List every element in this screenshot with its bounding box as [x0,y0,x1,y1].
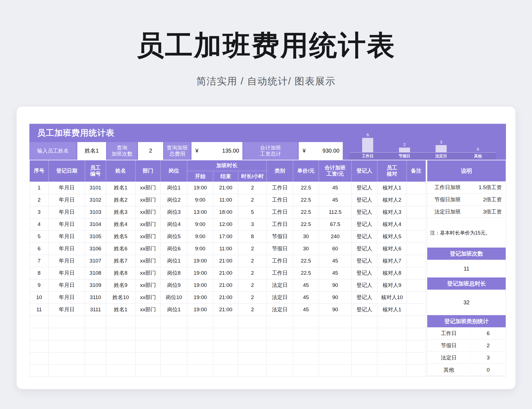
table-cell[interactable]: 2 [238,303,267,316]
table-cell[interactable]: 2 [238,182,267,194]
table-cell[interactable]: 年月日 [49,267,85,279]
table-cell-empty[interactable] [106,340,135,352]
table-cell[interactable]: 22.5 [293,267,319,279]
table-cell[interactable] [407,267,426,279]
table-cell[interactable]: 6 [30,243,49,255]
table-cell[interactable]: 11 [30,303,49,316]
table-cell-empty[interactable] [238,352,267,364]
table-cell[interactable]: xx部门 [135,255,161,267]
table-cell-empty[interactable] [267,352,293,364]
table-cell[interactable]: 22.5 [293,206,319,218]
table-cell-empty[interactable] [30,340,49,352]
table-cell[interactable]: 3105 [85,230,106,243]
table-cell-empty[interactable] [293,340,319,352]
table-cell-empty[interactable] [319,328,352,340]
table-cell-empty[interactable] [161,352,187,364]
table-cell[interactable]: 姓名2 [106,194,135,206]
table-cell[interactable]: 岗位9 [161,279,187,291]
table-cell[interactable]: 19:00 [187,182,213,194]
table-cell[interactable]: 21:00 [213,267,238,279]
table-cell[interactable]: 10 [30,291,49,303]
table-cell[interactable]: 60 [319,243,352,255]
table-cell[interactable]: 核对人2 [377,194,407,206]
table-cell[interactable]: 19:00 [187,303,213,316]
table-cell[interactable]: xx部门 [135,230,161,243]
table-cell-empty[interactable] [85,316,106,328]
table-cell[interactable] [407,194,426,206]
table-cell[interactable]: 年月日 [49,182,85,194]
table-cell[interactable]: 45 [293,279,319,291]
table-cell-empty[interactable] [187,352,213,364]
table-cell[interactable]: 核对人1 [377,182,407,194]
table-cell[interactable]: 登记人 [352,182,377,194]
table-cell-empty[interactable] [293,352,319,364]
table-cell[interactable]: 22.5 [293,194,319,206]
table-cell-empty[interactable] [85,364,106,377]
table-cell-empty[interactable] [377,328,407,340]
table-cell-empty[interactable] [319,316,352,328]
table-cell-empty[interactable] [319,352,352,364]
table-cell-empty[interactable] [377,340,407,352]
table-cell[interactable]: 112.5 [319,206,352,218]
table-cell-empty[interactable] [30,352,49,364]
table-cell-empty[interactable] [49,364,85,377]
table-cell[interactable]: 岗位6 [161,243,187,255]
stat-value[interactable]: 6 [470,330,506,336]
query-fee-result[interactable]: ¥ 135.00 [191,142,242,160]
table-cell[interactable]: xx部门 [135,218,161,230]
table-cell[interactable]: 3102 [85,194,106,206]
table-cell[interactable]: 年月日 [49,291,85,303]
table-cell[interactable]: 45 [293,291,319,303]
table-cell[interactable]: 3104 [85,218,106,230]
table-cell[interactable]: 11:00 [213,243,238,255]
table-cell[interactable]: 5 [30,230,49,243]
table-cell-empty[interactable] [238,316,267,328]
table-cell[interactable]: xx部门 [135,267,161,279]
table-cell[interactable]: 9:00 [187,194,213,206]
table-cell-empty[interactable] [293,316,319,328]
table-cell-empty[interactable] [30,364,49,377]
table-cell[interactable]: 18:00 [213,206,238,218]
table-cell[interactable]: 登记人 [352,291,377,303]
table-cell[interactable]: 年月日 [49,206,85,218]
table-cell[interactable] [407,243,426,255]
table-cell[interactable]: 姓名7 [106,255,135,267]
table-cell-empty[interactable] [187,328,213,340]
table-cell[interactable]: 节假日 [267,230,293,243]
table-cell[interactable]: 1 [30,182,49,194]
table-cell-empty[interactable] [352,316,377,328]
table-cell-empty[interactable] [161,340,187,352]
table-cell-empty[interactable] [352,340,377,352]
table-cell-empty[interactable] [135,340,161,352]
table-cell[interactable]: 45 [293,303,319,316]
table-cell-empty[interactable] [267,328,293,340]
table-cell[interactable]: 22.5 [293,182,319,194]
table-cell[interactable]: 节假日 [267,243,293,255]
table-cell[interactable]: 3107 [85,255,106,267]
table-cell[interactable]: 登记人 [352,243,377,255]
table-cell[interactable]: 年月日 [49,230,85,243]
table-cell[interactable]: 3 [238,218,267,230]
table-cell[interactable]: 姓名6 [106,243,135,255]
table-cell[interactable]: 30 [293,243,319,255]
table-cell-empty[interactable] [49,316,85,328]
table-cell[interactable]: 姓名5 [106,230,135,243]
table-cell[interactable]: 法定日 [267,291,293,303]
table-cell[interactable]: 核对人7 [377,255,407,267]
table-cell[interactable]: 9:00 [187,218,213,230]
table-cell-empty[interactable] [267,316,293,328]
table-cell[interactable]: 工作日 [267,218,293,230]
table-cell-empty[interactable] [85,340,106,352]
table-cell-empty[interactable] [106,316,135,328]
table-cell-empty[interactable] [106,328,135,340]
table-cell[interactable]: 19:00 [187,255,213,267]
table-cell-empty[interactable] [49,340,85,352]
table-cell[interactable]: 4 [30,218,49,230]
table-cell-empty[interactable] [30,328,49,340]
table-cell[interactable]: 67.5 [319,218,352,230]
table-cell[interactable]: 12:00 [213,218,238,230]
table-cell[interactable]: 21:00 [213,255,238,267]
table-cell[interactable]: 岗位1 [161,182,187,194]
table-cell[interactable]: 核对人6 [377,243,407,255]
table-cell[interactable]: 登记人 [352,255,377,267]
